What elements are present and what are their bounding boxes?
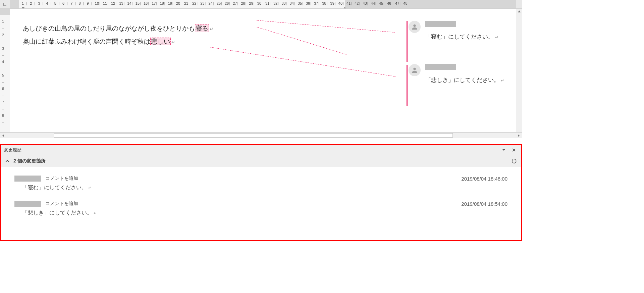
author-name-placeholder xyxy=(14,176,41,182)
comment-text: 「寝む」にしてください。↵ xyxy=(425,33,498,41)
comment-bar xyxy=(407,21,408,62)
revisions-panel: 変更履歴 2 個の変更箇所 コメントを追加 2019/08/04 18:48:0… xyxy=(0,144,522,241)
editor-main-row: –1–2–3–4–5–6–7–8– あしびきの山鳥の尾のしだり尾のながながし夜を… xyxy=(0,9,522,132)
revision-body: 「寝む」にしてください。↵ xyxy=(14,184,507,191)
comments-column: 「寝む」にしてください。↵ 「悲しき」にしてください。↵ xyxy=(409,21,516,107)
panel-options-dropdown-icon[interactable] xyxy=(500,146,508,154)
pilcrow-icon: ↵ xyxy=(92,211,97,215)
scrollbar-thumb[interactable] xyxy=(54,133,453,138)
avatar-icon xyxy=(409,21,421,33)
revisions-summary-label: 2 個の変更箇所 xyxy=(13,158,46,164)
scroll-up-icon[interactable] xyxy=(516,9,522,14)
pilcrow-icon: ↵ xyxy=(87,186,92,190)
comment-card[interactable]: 「悲しき」にしてください。↵ xyxy=(409,64,516,84)
vertical-ruler[interactable]: –1–2–3–4–5–6–7–8– xyxy=(0,9,10,132)
paragraph[interactable]: あしびきの山鳥の尾のしだり尾のながながし夜をひとりかも寝る↵ xyxy=(23,22,345,35)
comment-bar xyxy=(407,65,408,106)
revision-body: 「悲しき」にしてください。↵ xyxy=(14,209,507,216)
revision-item[interactable]: コメントを追加 2019/08/04 18:54:00 「悲しき」にしてください… xyxy=(14,201,507,216)
revisions-titlebar: 変更履歴 xyxy=(1,145,521,155)
revisions-list[interactable]: コメントを追加 2019/08/04 18:48:00 「寝む」にしてください。… xyxy=(5,170,517,236)
pilcrow-icon: ↵ xyxy=(171,40,175,45)
paragraph-text: あしびきの山鳥の尾のしだり尾のながながし夜をひとりかも xyxy=(23,25,195,32)
refresh-icon[interactable] xyxy=(511,157,518,165)
revision-timestamp: 2019/08/04 18:48:00 xyxy=(461,176,507,182)
ruler-row: 1|2|3|4|5|6|7|8|9|10|11|12|13|14|15|16|1… xyxy=(0,0,522,9)
pilcrow-icon: ↵ xyxy=(494,35,498,40)
comment-author-placeholder xyxy=(425,64,456,70)
commented-range[interactable]: 悲しい xyxy=(150,38,171,45)
chevron-up-icon[interactable] xyxy=(4,158,11,164)
vertical-scrollbar[interactable] xyxy=(516,9,522,132)
horizontal-ruler[interactable]: 1|2|3|4|5|6|7|8|9|10|11|12|13|14|15|16|1… xyxy=(10,0,516,8)
pilcrow-icon: ↵ xyxy=(499,78,504,83)
scroll-right-icon[interactable] xyxy=(515,133,522,138)
comment-text: 「悲しき」にしてください。↵ xyxy=(425,76,504,84)
avatar-icon xyxy=(409,64,421,76)
close-icon[interactable] xyxy=(510,146,518,154)
document-page: あしびきの山鳥の尾のしだり尾のながながし夜をひとりかも寝る↵ 奥山に紅葉ふみわけ… xyxy=(23,22,345,48)
author-name-placeholder xyxy=(14,201,41,207)
paragraph-text: 奥山に紅葉ふみわけ鳴く鹿の声聞く時ぞ秋は xyxy=(23,38,150,45)
revision-action-label: コメントを追加 xyxy=(45,201,78,207)
ruler-right-cap xyxy=(516,0,522,8)
revisions-title: 変更履歴 xyxy=(4,147,21,153)
comment-connector-line xyxy=(210,47,395,77)
revision-timestamp: 2019/08/04 18:54:00 xyxy=(461,201,507,207)
svg-point-1 xyxy=(413,68,416,70)
ruler-corner-tab-icon[interactable] xyxy=(0,0,10,8)
svg-point-0 xyxy=(413,25,416,27)
revisions-summary-bar: 2 個の変更箇所 xyxy=(1,155,521,167)
paragraph[interactable]: 奥山に紅葉ふみわけ鳴く鹿の声聞く時ぞ秋は悲しい↵ xyxy=(23,35,345,48)
revision-item[interactable]: コメントを追加 2019/08/04 18:48:00 「寝む」にしてください。… xyxy=(14,176,507,191)
comment-card[interactable]: 「寝む」にしてください。↵ xyxy=(409,21,516,41)
comment-author-placeholder xyxy=(425,21,456,27)
horizontal-scrollbar[interactable] xyxy=(0,132,522,138)
commented-range[interactable]: 寝る xyxy=(195,25,209,32)
pilcrow-icon: ↵ xyxy=(209,27,213,32)
scrollbar-track[interactable] xyxy=(7,133,515,138)
scroll-left-icon[interactable] xyxy=(0,133,7,138)
document-viewport[interactable]: あしびきの山鳥の尾のしだり尾のながながし夜をひとりかも寝る↵ 奥山に紅葉ふみわけ… xyxy=(10,9,516,132)
revision-action-label: コメントを追加 xyxy=(45,176,78,182)
